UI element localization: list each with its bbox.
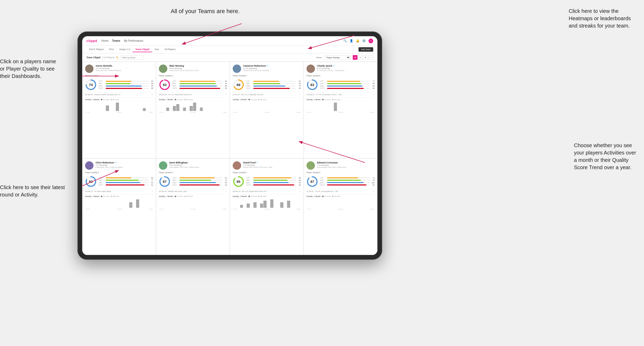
tooltip-heatmaps: Click here to view theHeatmaps or leader… — [569, 7, 631, 29]
list-view-icon[interactable]: ≡ — [358, 55, 363, 60]
latest-round[interactable]: 04 Sep 23 · Mobility with coach, Gym → — [159, 189, 227, 193]
quality-circle[interactable]: 93 — [159, 79, 170, 91]
tab-pgat-players[interactable]: PGAT Players — [86, 47, 106, 52]
stat-bar-bg — [106, 184, 148, 185]
round-arrow[interactable]: → — [151, 93, 153, 96]
player-name[interactable]: Cameron Robertson ✓ — [243, 65, 301, 67]
quality-section[interactable]: 83 OTT 77 APP 80 ARG — [307, 79, 375, 91]
stat-row-arg: ARG 85 — [173, 182, 227, 184]
chart-bar — [116, 103, 119, 111]
player-card[interactable]: Blair McHarg Plus Handicap Royal North D… — [156, 62, 230, 158]
quality-circle[interactable]: 87 — [159, 176, 170, 187]
player-card[interactable]: Edward Crossman 1-5 Handicap Sunningdale… — [304, 158, 377, 255]
player-name[interactable]: Blair McHarg — [169, 65, 227, 67]
chart-label-end: 4 Sep — [223, 208, 226, 210]
latest-round[interactable]: 26 Aug 23 · 73 (+1), Royal North Devon G… — [159, 92, 227, 96]
quality-circle[interactable]: 87 — [307, 176, 318, 187]
tab-tour[interactable]: Tour — [152, 47, 162, 52]
player-card[interactable]: David Ford ✓ 1-5 Handicap Royal North De… — [230, 158, 304, 255]
round-arrow[interactable]: → — [299, 190, 301, 193]
chart-label-start: 31 Jul — [159, 111, 163, 113]
player-name[interactable]: Aaron Nicholls — [96, 65, 153, 67]
chart-label-start: 31 Jul — [86, 111, 90, 113]
latest-round[interactable]: 02 Sep 23 · Sunrise round to get back in… — [85, 92, 153, 96]
chart-bar — [287, 201, 290, 208]
quality-circle[interactable]: 74 — [85, 79, 97, 91]
latest-round[interactable]: 18 Jul 23 · 74 (+4), Sunningdale GC - Ol… — [307, 189, 375, 193]
stats-grid: OTT 73 APP 79 ARG 103 — [320, 177, 375, 186]
latest-round[interactable]: 07 Aug 23 · 77 (+7), St George's Hill GC… — [307, 92, 375, 96]
stat-row-ott: OTT 60 — [99, 177, 153, 179]
filter-input[interactable] — [120, 56, 144, 60]
stat-bar — [327, 184, 366, 185]
quality-section[interactable]: 85 OTT 89 APP 80 ARG — [233, 176, 301, 187]
nav-teams[interactable]: Teams — [112, 39, 120, 43]
settings-icon[interactable]: ⚙️ — [362, 39, 366, 43]
round-arrow[interactable]: → — [225, 93, 227, 96]
quality-section[interactable]: 82 OTT 60 APP 77 ARG — [85, 176, 153, 187]
nav-home[interactable]: Home — [101, 39, 108, 43]
round-arrow[interactable]: → — [372, 190, 375, 193]
tab-hcaps[interactable]: Hcaps 1-5 — [117, 47, 133, 52]
round-arrow[interactable]: → — [299, 93, 301, 96]
chart-bar — [193, 103, 196, 111]
legend-off-course: Off course — [111, 195, 119, 197]
add-team-button[interactable]: Add Team — [359, 47, 373, 52]
round-arrow[interactable]: → — [372, 93, 375, 96]
tab-team-clippd[interactable]: Team Clippd — [133, 47, 152, 52]
sort-icon[interactable]: ↕ — [368, 55, 373, 60]
tablet-screen: clippd Home Teams My Performance 🔍 👤 🔔 ⚙… — [82, 36, 377, 255]
player-name[interactable]: Chris Robertson ✓ — [96, 161, 153, 164]
player-card[interactable]: Dave Billingham Plus Handicap Sag Maging… — [156, 158, 230, 255]
app-logo[interactable]: clippd — [86, 39, 97, 43]
latest-round[interactable]: 02 Jul 23 · 59 (+17), Craigmillar Park G… — [233, 92, 301, 96]
avatar[interactable]: U — [368, 39, 373, 43]
quality-section[interactable]: 87 OTT 73 APP 79 ARG — [307, 176, 375, 187]
stat-bar — [327, 180, 361, 181]
stat-bar — [106, 184, 144, 185]
round-arrow[interactable]: → — [151, 190, 153, 193]
nav-performance[interactable]: My Performance — [124, 39, 143, 43]
player-name[interactable]: Dave Billingham — [169, 161, 227, 164]
stat-bar-bg — [106, 182, 148, 183]
player-name[interactable]: Charlie Quick ✓ — [317, 65, 375, 67]
player-card[interactable]: Charlie Quick ✓ 6-10 Handicap St. George… — [304, 62, 377, 158]
player-card[interactable]: Aaron Nicholls 11-15 Handicap Drift Golf… — [82, 62, 156, 158]
player-card[interactable]: Chris Robertson ✓ 1-5 Handicap Craigmill… — [82, 158, 156, 255]
quality-section[interactable]: 87 OTT 82 APP 74 ARG — [159, 176, 227, 187]
edit-icon[interactable]: ✏️ — [116, 56, 119, 59]
filter-icon[interactable]: ▼ — [363, 55, 368, 60]
quality-circle[interactable]: 82 — [85, 176, 97, 187]
bell-icon[interactable]: 🔔 — [356, 39, 360, 43]
player-name[interactable]: Edward Crossman — [317, 161, 375, 164]
show-select[interactable]: Player Activity Quality Score Trend — [324, 55, 351, 60]
stat-row-app: APP 80 — [246, 179, 301, 181]
quality-section[interactable]: 74 OTT 60 APP 58 ARG — [85, 79, 153, 91]
stat-bar-bg — [179, 83, 222, 84]
search-icon[interactable]: 🔍 — [343, 39, 347, 43]
legend-on-course: On course — [322, 195, 331, 197]
latest-round[interactable]: 26 Aug 23 · 84 (+12), Royal North Devon … — [233, 189, 301, 193]
player-club: Royal North Devon Golf Club, United Kin.… — [243, 166, 275, 168]
quality-section[interactable]: 68 OTT 61 APP 63 ARG — [233, 79, 301, 91]
chart-area: 31 Jul 21 Aug 4 Sep — [307, 101, 375, 113]
quality-circle[interactable]: 83 — [307, 79, 318, 91]
player-header: Cameron Robertson ✓ 11-15 Handicap Royal… — [233, 65, 301, 73]
legend-dot-off — [111, 196, 112, 197]
user-icon[interactable]: 👤 — [350, 39, 353, 43]
legend-dot-on — [322, 196, 324, 197]
quality-circle[interactable]: 85 — [233, 176, 244, 187]
player-card[interactable]: Cameron Robertson ✓ 11-15 Handicap Royal… — [230, 62, 304, 158]
quality-section[interactable]: 93 OTT 84 APP 85 ARG — [159, 79, 227, 91]
stats-grid: OTT 84 APP 85 ARG 88 — [173, 80, 227, 89]
activity-legend: On course Off course — [101, 99, 119, 100]
legend-label-on: On course — [103, 99, 109, 100]
stat-bar — [106, 177, 131, 178]
grid-view-icon[interactable]: ⊞ — [353, 55, 357, 60]
quality-circle[interactable]: 68 — [233, 79, 244, 91]
latest-round[interactable]: 05 Mar 23 · 19, Must make putting → — [85, 189, 153, 193]
tab-pga[interactable]: PGA — [106, 47, 117, 52]
player-name[interactable]: David Ford ✓ — [243, 161, 301, 164]
tab-all-players[interactable]: All Players — [162, 47, 178, 52]
round-arrow[interactable]: → — [225, 190, 227, 193]
